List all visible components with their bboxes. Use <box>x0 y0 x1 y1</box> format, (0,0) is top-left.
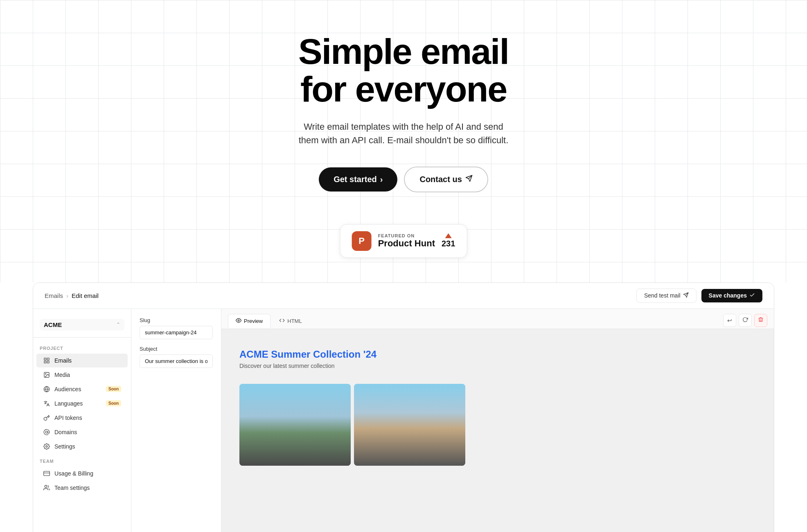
svg-line-24 <box>278 419 284 434</box>
subject-input[interactable] <box>140 354 213 368</box>
svg-rect-14 <box>44 471 50 476</box>
at-icon <box>43 428 50 436</box>
sidebar-item-domains[interactable]: Domains <box>36 425 128 439</box>
svg-point-12 <box>45 431 47 433</box>
workspace-selector[interactable]: ACME ⌃ <box>40 319 124 331</box>
trash-icon <box>758 317 764 324</box>
sidebar-item-audiences[interactable]: Audiences Soon <box>36 382 128 396</box>
breadcrumb: Emails › Edit email <box>45 292 99 299</box>
sidebar-item-team-settings[interactable]: Team settings <box>36 481 128 495</box>
users-icon <box>43 484 50 491</box>
image-icon <box>43 371 50 379</box>
svg-rect-5 <box>47 358 49 360</box>
sidebar-item-media[interactable]: Media <box>36 368 128 382</box>
send-test-button[interactable]: Send test mail <box>636 289 697 303</box>
svg-point-13 <box>46 446 47 447</box>
svg-rect-29 <box>372 384 447 436</box>
breadcrumb-current: Edit email <box>72 292 99 299</box>
product-hunt-badge[interactable]: P FEATURED ON Product Hunt 231 <box>340 224 467 258</box>
email-body: ACME Summer Collection '24 Discover our … <box>230 337 475 472</box>
gear-icon <box>43 443 50 450</box>
email-image-1: Q <box>239 384 351 466</box>
redo-button[interactable] <box>739 314 752 327</box>
send-icon <box>465 175 473 184</box>
hero-subtitle: Write email templates with the help of A… <box>297 120 510 147</box>
contact-us-button[interactable]: Contact us <box>404 167 488 192</box>
svg-rect-6 <box>44 361 46 363</box>
send-test-icon <box>683 292 689 299</box>
sidebar-item-languages[interactable]: Languages Soon <box>36 397 128 410</box>
svg-line-26 <box>288 442 291 458</box>
undo-icon: ↩ <box>727 317 732 324</box>
email-title: ACME Summer Collection '24 <box>239 349 465 360</box>
sidebar-emails-label: Emails <box>54 357 72 364</box>
ph-votes: 231 <box>442 233 455 248</box>
hero-title-line2: for everyone <box>300 69 507 109</box>
svg-line-25 <box>305 419 311 430</box>
email-description: Discover our latest summer collection <box>239 363 465 369</box>
svg-rect-23 <box>293 401 299 413</box>
svg-rect-40 <box>390 431 396 434</box>
get-started-label: Get started <box>334 175 377 184</box>
sidebar-billing-label: Usage & Billing <box>54 470 93 477</box>
app-header: Emails › Edit email Send test mail Save … <box>33 283 774 309</box>
sidebar-item-emails[interactable]: Emails <box>36 354 128 367</box>
svg-rect-31 <box>372 442 447 466</box>
contact-us-label: Contact us <box>419 175 462 184</box>
card-icon <box>43 470 50 477</box>
preview-section: Preview HTML ↩ <box>221 309 774 532</box>
sidebar-settings-label: Settings <box>54 443 75 450</box>
ph-text: FEATURED ON Product Hunt <box>378 233 435 249</box>
save-icon <box>749 292 755 299</box>
slug-input[interactable] <box>140 326 213 339</box>
sidebar-domains-label: Domains <box>54 429 77 435</box>
email-preview: ACME Summer Collection '24 Discover our … <box>221 329 774 532</box>
svg-point-20 <box>285 404 306 445</box>
hero-buttons: Get started › Contact us <box>319 167 488 192</box>
ph-featured-label: FEATURED ON <box>378 233 435 238</box>
email-image-2 <box>354 384 465 466</box>
subject-label: Subject <box>140 346 213 352</box>
globe-icon <box>43 385 50 393</box>
app-body: ACME ⌃ PROJECT Emails Media <box>33 309 774 532</box>
redo-icon <box>742 317 748 324</box>
app-window: Emails › Edit email Send test mail Save … <box>33 282 774 532</box>
sidebar-team-settings-label: Team settings <box>54 485 90 491</box>
languages-soon-badge: Soon <box>106 400 121 406</box>
eye-icon <box>236 318 241 325</box>
header-actions: Send test mail Save changes <box>636 289 762 303</box>
ph-triangle-icon <box>445 233 452 238</box>
delete-button[interactable] <box>754 314 767 327</box>
svg-rect-33 <box>402 417 417 425</box>
breadcrumb-parent[interactable]: Emails <box>45 292 63 299</box>
get-started-button[interactable]: Get started › <box>319 167 397 192</box>
svg-line-37 <box>410 421 421 436</box>
undo-button[interactable]: ↩ <box>723 314 736 327</box>
sidebar-audiences-label: Audiences <box>54 386 81 392</box>
sidebar-item-settings[interactable]: Settings <box>36 440 128 453</box>
workspace-name: ACME <box>44 321 62 328</box>
save-changes-button[interactable]: Save changes <box>701 289 762 302</box>
slug-label: Slug <box>140 317 213 323</box>
sidebar-item-api-tokens[interactable]: API tokens <box>36 411 128 425</box>
svg-rect-41 <box>425 416 430 419</box>
sidebar-item-billing[interactable]: Usage & Billing <box>36 467 128 480</box>
tab-preview[interactable]: Preview <box>228 314 271 328</box>
svg-point-16 <box>45 485 47 487</box>
ph-logo-icon: P <box>352 231 372 251</box>
svg-point-17 <box>238 320 239 322</box>
preview-tabs: Preview HTML ↩ <box>221 309 774 329</box>
tab-html[interactable]: HTML <box>271 314 309 328</box>
sidebar-media-label: Media <box>54 372 70 378</box>
save-changes-label: Save changes <box>709 292 747 299</box>
svg-point-9 <box>45 373 46 374</box>
translate-icon <box>43 400 50 407</box>
preview-tab-label: Preview <box>244 318 263 324</box>
ph-name: Product Hunt <box>378 238 435 249</box>
svg-point-35 <box>405 400 414 409</box>
sidebar-api-tokens-label: API tokens <box>54 415 82 421</box>
right-panel: Slug Subject Preview <box>131 309 774 532</box>
svg-point-32 <box>401 410 418 447</box>
svg-rect-19 <box>258 443 332 466</box>
svg-rect-4 <box>44 358 46 360</box>
